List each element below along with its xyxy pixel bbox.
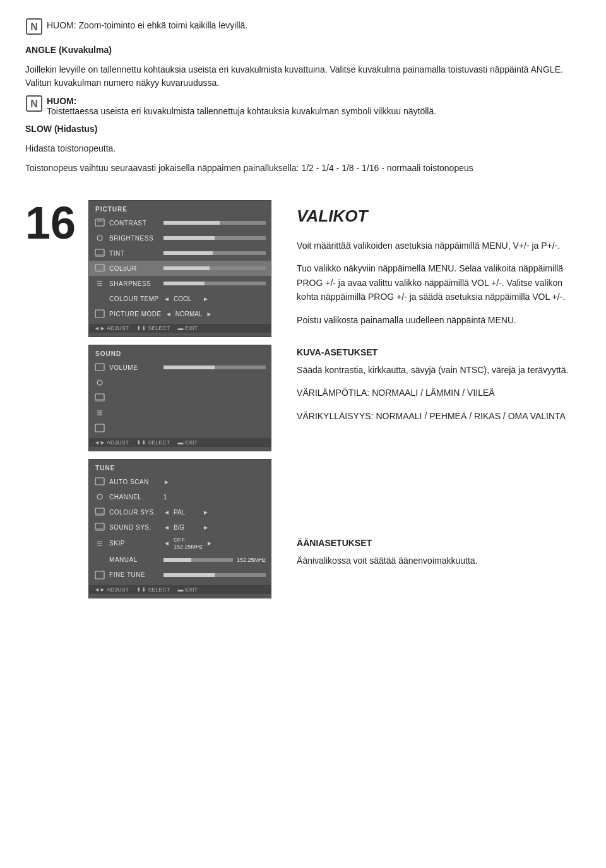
page-number: 16 (25, 200, 76, 246)
colour-sys-icon (94, 506, 105, 518)
sound-icon-2 (94, 377, 105, 388)
svg-rect-23 (95, 478, 104, 485)
note-line-1: N HUOM: Zoom-toiminto ei ehkä toimi kaik… (25, 19, 581, 39)
kuva-asetukset-section: KUVA-ASETUKSET Säädä kontrastia, kirkkau… (297, 346, 581, 423)
picture-mode-label: PICTURE MODE (109, 311, 162, 318)
sound-menu-panel: SOUND VOLUME (88, 345, 271, 451)
osd-row-picture-mode: PICTURE MODE ◄ NORMAL ► (89, 306, 271, 321)
slow-text2: Toistonopeus vaihtuu seuraavasti jokaise… (25, 162, 581, 175)
manual-icon (94, 554, 105, 566)
manual-bar (163, 558, 233, 562)
picture-mode-left[interactable]: ◄ (165, 311, 172, 318)
sound-icon-4 (94, 407, 105, 419)
osd-row-s2 (89, 375, 271, 390)
contrast-bar (163, 221, 266, 225)
fine-tune-bar (163, 573, 266, 577)
sound-sys-left[interactable]: ◄ (163, 524, 170, 531)
osd-row-brightness: BRIGHTNESS (89, 230, 271, 246)
tint-icon (94, 247, 105, 259)
content-column: VALIKOT Voit määrittää valikoiden asetuk… (284, 200, 581, 577)
osd-row-auto-scan: AUTO SCAN ► (89, 474, 271, 489)
main-content: PICTURE CONTRAST (88, 200, 581, 598)
brightness-icon (94, 232, 105, 244)
picture-exit: ▬ EXIT (177, 325, 198, 331)
sound-sys-right[interactable]: ► (203, 524, 209, 531)
slow-text1: Hidasta toistonopeutta. (25, 142, 581, 155)
osd-row-manual: MANUAL 152.25MHz (89, 552, 271, 568)
osd-row-skip: SKIP ◄ OFF152.25MHz ► (89, 535, 271, 552)
volume-bar (163, 366, 266, 369)
aani-asetukset-title: ÄÄNIASETUKSET (297, 537, 581, 550)
svg-rect-8 (95, 254, 104, 256)
colour-temp-icon (94, 293, 105, 304)
osd-row-colour-sys: COLOUR SYS. ◄ PAL ► (89, 504, 271, 520)
skip-value: OFF152.25MHz (174, 537, 203, 550)
osd-row-s4 (89, 405, 271, 420)
top-section: N HUOM: Zoom-toiminto ei ehkä toimi kaik… (25, 19, 581, 175)
volume-icon (94, 362, 105, 373)
sharpness-bar (163, 282, 266, 285)
valikot-para1: Voit määrittää valikoiden asetuksia näpp… (297, 239, 581, 253)
osd-row-s5 (89, 420, 271, 436)
svg-point-16 (97, 380, 102, 385)
contrast-label: CONTRAST (109, 220, 160, 227)
colour-sys-left[interactable]: ◄ (163, 509, 170, 516)
osd-row-sound-sys: SOUND SYS. ◄ B/G ► (89, 520, 271, 535)
svg-rect-10 (95, 270, 104, 271)
osd-row-sharpness: SHARPNESS (89, 276, 271, 291)
sound-icon-5 (94, 422, 105, 434)
colour-bar (163, 266, 266, 270)
skip-left[interactable]: ◄ (163, 540, 170, 547)
sound-menu-title: SOUND (89, 349, 271, 360)
sharpness-label: SHARPNESS (109, 280, 160, 287)
picture-menu-bottom: ◄► ADJUST ⬆⬇ SELECT ▬ EXIT (89, 324, 271, 333)
huom-label: HUOM: (47, 96, 76, 106)
osd-row-volume: VOLUME (89, 360, 271, 375)
svg-rect-28 (95, 528, 104, 530)
svg-point-6 (97, 235, 102, 241)
fine-tune-label: FINE TUNE (109, 571, 160, 578)
colour-temp-right[interactable]: ► (203, 295, 209, 302)
slow-heading: SLOW (Hidastus) (25, 122, 581, 136)
osd-row-colour: COLoUR (89, 261, 271, 276)
colour-sys-label: COLOUR SYS. (109, 509, 160, 516)
picture-mode-right[interactable]: ► (206, 311, 212, 318)
osd-row-contrast: CONTRAST (89, 215, 271, 230)
huom-block: HUOM: Toistettaessa useista eri kuvakulm… (47, 96, 436, 116)
sharpness-icon (94, 278, 105, 289)
tune-exit: ▬ EXIT (177, 586, 198, 593)
osd-row-fine-tune: FINE TUNE (89, 568, 271, 583)
angle-text-1: Joillekin levyille on tallennettu kohtau… (25, 63, 581, 90)
menus-column: PICTURE CONTRAST (88, 200, 271, 598)
manual-label: MANUAL (109, 556, 160, 563)
colour-icon (94, 263, 105, 274)
note-text-1: HUOM: Zoom-toiminto ei ehkä toimi kaikil… (47, 19, 247, 32)
sound-menu-bottom: ◄► ADJUST ⬆⬇ SELECT ▬ EXIT (89, 438, 271, 447)
colour-temp-left[interactable]: ◄ (163, 295, 170, 302)
angle-heading: ANGLE (Kuvakulma) (25, 44, 581, 57)
huom-icon-2: N (25, 95, 43, 112)
colour-sys-value: PAL (174, 509, 199, 516)
skip-right[interactable]: ► (206, 540, 213, 547)
skip-label: SKIP (109, 540, 160, 547)
huom-detail: Toistettaessa useista eri kuvakulmista t… (47, 106, 436, 116)
auto-scan-arrow[interactable]: ► (163, 479, 170, 485)
tint-bar (163, 251, 266, 255)
svg-point-24 (97, 494, 102, 499)
picture-menu-panel: PICTURE CONTRAST (88, 200, 271, 337)
picture-menu-title: PICTURE (89, 205, 271, 215)
sound-exit: ▬ EXIT (177, 439, 198, 446)
manual-value: 152.25MHz (237, 557, 266, 563)
auto-scan-icon (94, 476, 105, 487)
colour-sys-right[interactable]: ► (203, 509, 209, 516)
picture-select: ⬆⬇ SELECT (136, 325, 170, 331)
aani-asetukset-section: ÄÄNIASETUKSET Äänivalikossa voit säätää … (297, 537, 581, 568)
osd-row-tint: TINT (89, 246, 271, 261)
svg-text:N: N (30, 98, 38, 109)
svg-text:N: N (30, 21, 38, 32)
picture-adjust: ◄► ADJUST (94, 325, 129, 331)
colour-temp-value: COOL (174, 295, 199, 302)
skip-icon (94, 538, 105, 549)
osd-row-colour-temp: COLOUR TEMP ◄ COOL ► (89, 291, 271, 306)
svg-rect-15 (95, 364, 104, 371)
